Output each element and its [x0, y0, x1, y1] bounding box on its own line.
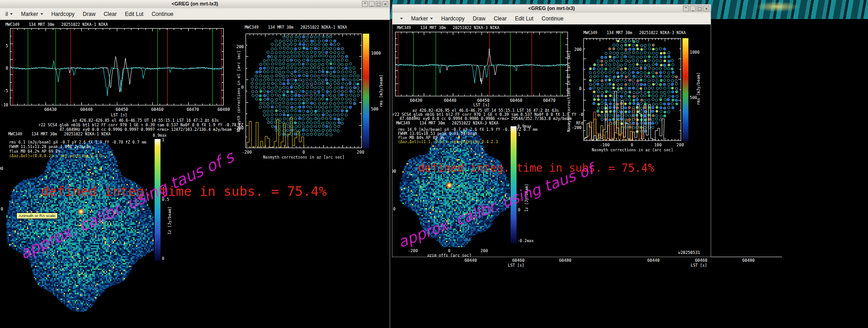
menu-item-edit-lut[interactable]: Edit Lut	[511, 14, 537, 23]
rms-colorbar	[363, 34, 369, 148]
tooltip: Azimuth or RA scale	[16, 213, 58, 219]
colorbar-min-label: -0.2max	[517, 239, 534, 244]
x-tick: 60460	[148, 107, 166, 112]
lst-tick: 60480	[739, 258, 758, 263]
y-tick: 0	[572, 86, 582, 91]
y-tick: 200	[572, 47, 582, 52]
chevron-down-icon	[40, 13, 43, 15]
menu-item-draw[interactable]: Draw	[469, 14, 489, 23]
colorbar-max-label: 0.9max	[153, 134, 167, 138]
lst-tick: 60480	[556, 258, 574, 263]
menu-item-clear[interactable]: Clear	[100, 10, 120, 19]
menu-item-file[interactable]	[394, 16, 406, 21]
close-button[interactable]: ×	[382, 1, 388, 7]
menu-item-hardcopy[interactable]: Hardcopy	[437, 14, 468, 23]
y-tick: 200	[392, 169, 396, 174]
detector-array-canvas	[246, 34, 362, 148]
colorbar-tick: 1	[518, 132, 520, 137]
pointing-correction-line: (Δaz,Δel)=(1.1,-0.5) → set pointing 0.4 …	[398, 140, 498, 144]
menu-item-marker[interactable]: Marker	[17, 10, 46, 19]
menu-item-clear[interactable]: Clear	[490, 14, 511, 23]
x-tick: -200	[238, 150, 256, 154]
hidden-plot-axis-line	[449, 257, 599, 257]
y-tick: 0	[0, 207, 3, 211]
detector-array-canvas	[583, 38, 681, 141]
menu-label: Marker	[411, 15, 428, 22]
menu-item-continue[interactable]: Continue	[148, 10, 177, 19]
greg-window-nika3: <GREG (on mrt-lx3) ^ _ □ × Marker Hardco…	[392, 5, 711, 257]
plot-header: MWC349 134 MRT 30m 20251022 NIKA-3 NIKA	[397, 26, 499, 30]
menubar: Marker Hardcopy Draw Clear Edit Lut Cont…	[392, 13, 711, 25]
titlebar[interactable]: <GREG (on mrt-lx3) ^ _ □ ×	[0, 0, 390, 9]
x-axis-label: LST [s]	[463, 103, 500, 108]
titlebar-buttons: ^ _ □ ×	[683, 5, 709, 11]
plot-header: MWC349 134 MRT 30m 20251022 NIKA-3 NIKA	[583, 31, 686, 35]
intensity-colorbar	[511, 126, 517, 244]
colorbar-max-label: 0.9max	[517, 124, 532, 129]
chevron-down-icon	[400, 18, 403, 20]
lst-axis-label: LST [s]	[500, 263, 532, 268]
close-button[interactable]: ×	[703, 5, 709, 11]
menu-item-hardcopy[interactable]: Hardcopy	[48, 10, 78, 19]
maximize-button[interactable]: □	[376, 1, 381, 7]
x-tick: 0	[440, 248, 458, 253]
integration-warning-text: defined integ. time in subs. = 75.4%	[418, 162, 654, 174]
colorbar-axis-label: rms [mJy/beam]	[379, 55, 383, 127]
colorbar-axis-label: rms [mJy/beam]	[696, 52, 701, 125]
timeseries-plot-canvas	[395, 32, 568, 96]
y-tick: 200	[0, 166, 3, 171]
y-tick: 5	[0, 44, 8, 48]
lst-axis-label: LST [s]	[683, 263, 715, 268]
lst-tick: 60440	[462, 258, 480, 263]
titlebar[interactable]: <GREG (on mrt-lx3) ^ _ □ ×	[392, 5, 711, 13]
source-line: MWC349 134 MRT 30m 20251022 NIKA-3 NIKA	[396, 121, 498, 126]
x-tick: 60470	[184, 107, 202, 112]
greg-window-nika1: <GREG (on mrt-lx3) ^ _ □ × il Marker Har…	[0, 0, 390, 328]
menu-item-marker[interactable]: Marker	[407, 14, 437, 23]
maximize-button[interactable]: □	[697, 5, 702, 11]
chevron-down-icon	[10, 13, 13, 15]
y-tick: 0	[392, 207, 396, 211]
menu-item-file[interactable]: il	[2, 10, 16, 19]
minimize-button[interactable]: _	[690, 5, 696, 11]
minimize-button[interactable]: _	[369, 1, 375, 7]
y-tick: -5	[0, 89, 8, 93]
x-tick: 60430	[41, 107, 60, 112]
x-tick: 0	[295, 150, 313, 154]
y-axis-label: Nasmyth corrections in el [arc sec]	[236, 41, 241, 141]
lst-tick: 60440	[644, 258, 662, 263]
source-line: MWC349 134 MRT 30m 20251022 NIKA-1 NIKA	[8, 132, 110, 137]
menu-item-edit-lut[interactable]: Edit Lut	[121, 10, 147, 19]
y-tick: 0	[0, 66, 8, 70]
chevron-down-icon	[430, 18, 433, 20]
window-title: <GREG (on mrt-lx3)	[392, 5, 711, 11]
x-tick: 200	[351, 150, 370, 154]
y-axis-label: Nasmyth corrections in el [arc sec]	[567, 43, 571, 139]
x-axis-label: azim offs [arc sec]	[413, 253, 486, 257]
shade-button[interactable]: ^	[362, 1, 368, 7]
x-tick: 60450	[113, 107, 131, 112]
x-tick: 100	[649, 143, 667, 147]
x-tick: 200	[475, 248, 493, 253]
x-axis-label: LST [s]	[101, 113, 137, 118]
menu-item-continue[interactable]: Continue	[538, 14, 567, 23]
titlebar-buttons: ^ _ □ ×	[362, 1, 388, 7]
colorbar-tick: 0	[162, 256, 164, 261]
x-tick: 60480	[215, 107, 233, 112]
lst-tick: 60460	[692, 258, 710, 263]
shade-button[interactable]: ^	[683, 5, 689, 11]
y-tick: -10	[0, 103, 8, 107]
colorbar-tick: 0	[518, 208, 520, 212]
lst-tick: 60460	[509, 258, 527, 263]
menu-item-draw[interactable]: Draw	[79, 10, 99, 19]
colorbar-tick: 1	[162, 138, 164, 142]
plot-header: MWC349 134 MRT 30m 20251022 NIKA-1 NIKA	[245, 25, 347, 30]
x-tick: 60440	[77, 107, 95, 112]
menubar: il Marker Hardcopy Draw Clear Edit Lut C…	[0, 8, 390, 20]
colorbar-tick: 500	[371, 107, 378, 111]
version-label: v20250531	[678, 250, 700, 255]
x-tick: 0	[623, 143, 641, 147]
x-tick: 60450	[474, 98, 492, 103]
pointing-correction-line: (Δaz,Δel)=(0.8,0.2) → set pointing 0.1 3	[9, 154, 102, 159]
menu-label: il	[5, 11, 8, 17]
